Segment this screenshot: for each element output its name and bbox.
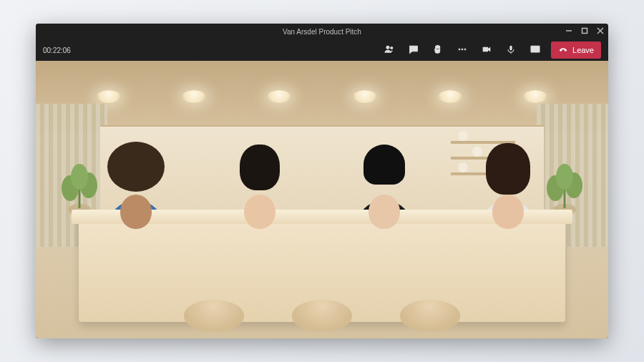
leave-label: Leave bbox=[572, 46, 594, 54]
more-icon bbox=[457, 44, 468, 57]
leave-button[interactable]: Leave bbox=[551, 41, 601, 59]
share-icon bbox=[530, 44, 541, 57]
hangup-icon bbox=[558, 44, 568, 56]
meeting-window: Van Arsdel Product Pitch 00:22:06 bbox=[36, 24, 608, 338]
camera-toggle-button[interactable] bbox=[478, 41, 495, 59]
people-icon bbox=[384, 44, 395, 57]
plant-right bbox=[540, 152, 590, 217]
meeting-toolbar: 00:22:06 bbox=[36, 39, 608, 61]
ceiling-background bbox=[36, 61, 608, 132]
mic-icon bbox=[505, 44, 517, 57]
svg-point-4 bbox=[386, 46, 389, 49]
svg-point-6 bbox=[459, 49, 460, 50]
window-controls bbox=[565, 24, 604, 39]
svg-point-8 bbox=[464, 49, 466, 50]
svg-point-5 bbox=[391, 47, 393, 49]
video-stage bbox=[36, 61, 608, 338]
chat-icon bbox=[408, 44, 419, 57]
svg-rect-9 bbox=[509, 46, 512, 51]
titlebar: Van Arsdel Product Pitch bbox=[36, 24, 608, 39]
raise-hand-button[interactable] bbox=[429, 41, 447, 59]
svg-point-14 bbox=[71, 164, 88, 190]
maximize-button[interactable] bbox=[581, 27, 588, 36]
chat-button[interactable] bbox=[405, 41, 422, 59]
svg-point-7 bbox=[462, 49, 463, 50]
stools-foreground bbox=[136, 288, 508, 331]
raise-hand-icon bbox=[432, 44, 444, 57]
camera-icon bbox=[481, 44, 492, 57]
minimize-button[interactable] bbox=[565, 27, 572, 36]
plant-left bbox=[54, 152, 104, 217]
svg-rect-1 bbox=[582, 29, 587, 34]
people-button[interactable] bbox=[381, 41, 398, 59]
call-duration-label: 00:22:06 bbox=[43, 47, 71, 54]
share-screen-button[interactable] bbox=[527, 41, 544, 59]
svg-point-18 bbox=[556, 164, 573, 190]
more-actions-button[interactable] bbox=[454, 41, 471, 59]
close-button[interactable] bbox=[597, 27, 604, 36]
window-title: Van Arsdel Product Pitch bbox=[283, 28, 361, 36]
mic-toggle-button[interactable] bbox=[502, 41, 519, 59]
